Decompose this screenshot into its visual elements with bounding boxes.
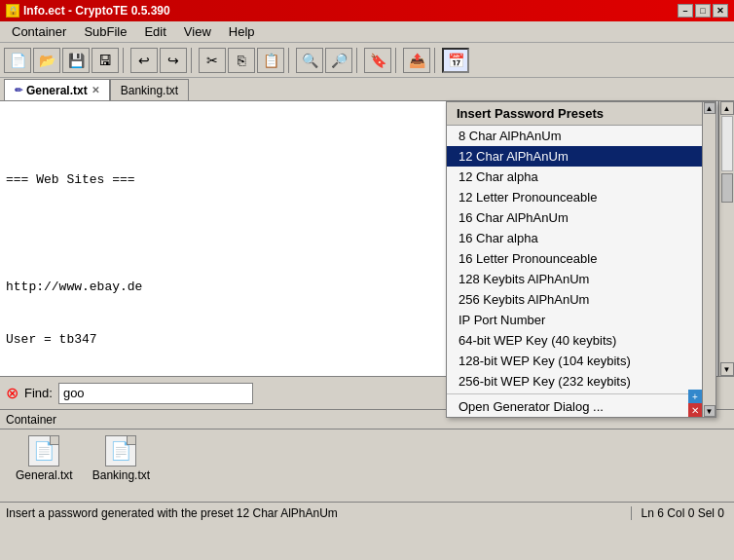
find-label: Find: (24, 386, 53, 400)
dropdown-item-16char-alpha[interactable]: 16 Char alpha (447, 228, 716, 248)
scroll-thumb[interactable] (721, 173, 733, 203)
editor-scrollbar[interactable]: ▲ ▼ (718, 101, 734, 376)
separator-6 (434, 48, 438, 73)
tab-banking[interactable]: Banking.txt (110, 79, 189, 100)
menu-help[interactable]: Help (221, 22, 263, 41)
app-icon: 🔒 (6, 4, 19, 18)
password-preset-dropdown: Insert Password Presets 8 Char AlPhAnUm … (446, 101, 716, 418)
title-bar-text: Info.ect - CryptoTE 0.5.390 (23, 4, 170, 18)
dropdown-item-open-generator[interactable]: Open Generator Dialog ... (447, 396, 716, 417)
dropdown-header: Insert Password Presets (447, 102, 716, 126)
dropdown-item-ip-port[interactable]: IP Port Number (447, 310, 716, 330)
status-text: Insert a password generated with the pre… (0, 506, 631, 520)
tab-general-label: General.txt (26, 84, 88, 97)
dropdown-item-16char-alphanum[interactable]: 16 Char AlPhAnUm (447, 207, 716, 228)
container-file-general[interactable]: 📄 General.txt (16, 435, 73, 482)
tab-general-close[interactable]: ✕ (92, 85, 99, 95)
scroll-down-arrow[interactable]: ▼ (720, 362, 734, 376)
undo-button[interactable]: ↩ (130, 48, 158, 73)
find-button[interactable]: 🔍 (296, 48, 323, 73)
dropdown-item-16letter[interactable]: 16 Letter Pronounceable (447, 248, 716, 269)
dropdown-separator (447, 393, 716, 394)
title-bar-buttons: – □ ✕ (678, 4, 728, 18)
dropdown-header-text: Insert Password Presets (457, 106, 604, 121)
find-next-button[interactable]: 🔎 (325, 48, 352, 73)
find-input[interactable] (58, 383, 253, 404)
dropdown-extra-buttons: + ✕ (688, 390, 702, 417)
dropdown-item-256wep[interactable]: 256-bit WEP Key (232 keybits) (447, 371, 716, 392)
paste-button[interactable]: 📋 (257, 48, 284, 73)
new-button[interactable]: 📄 (4, 48, 31, 73)
copy-button[interactable]: ⎘ (228, 48, 255, 73)
dropdown-item-12char-alpha[interactable]: 12 Char alpha (447, 167, 716, 187)
scroll-up-arrow[interactable]: ▲ (720, 101, 734, 115)
maximize-button[interactable]: □ (695, 4, 711, 18)
menu-edit[interactable]: Edit (136, 22, 173, 41)
dropdown-item-12char-alphanum[interactable]: 12 Char AlPhAnUm (447, 146, 716, 167)
container-icons: 📄 General.txt 📄 Banking.txt (0, 429, 734, 488)
find-error-icon: ⊗ (6, 384, 18, 402)
dropdown-scroll-down[interactable]: ▼ (704, 405, 716, 417)
separator-5 (395, 48, 399, 73)
separator-1 (123, 48, 127, 73)
dropdown-item-128keybits[interactable]: 128 Keybits AlPhAnUm (447, 269, 716, 289)
dropdown-item-64wep[interactable]: 64-bit WEP Key (40 keybits) (447, 330, 716, 351)
separator-4 (356, 48, 360, 73)
main-area: === Web Sites === http://www.ebay.de Use… (0, 101, 734, 376)
cut-button[interactable]: ✂ (199, 48, 226, 73)
separator-2 (191, 48, 195, 73)
toolbar: 📄 📂 💾 🖫 ↩ ↪ ✂ ⎘ 📋 🔍 🔎 🔖 📤 📅 (0, 43, 734, 78)
password-preset-button[interactable]: 📅 (442, 48, 469, 73)
open-button[interactable]: 📂 (33, 48, 60, 73)
tab-bar: ✏ General.txt ✕ Banking.txt (0, 78, 734, 101)
bookmark-button[interactable]: 🔖 (364, 48, 391, 73)
status-bar: Insert a password generated with the pre… (0, 502, 734, 523)
status-position: Ln 6 Col 0 Sel 0 (631, 506, 734, 520)
menu-view[interactable]: View (176, 22, 219, 41)
dropdown-close-button[interactable]: ✕ (688, 403, 702, 417)
tab-general[interactable]: ✏ General.txt ✕ (4, 79, 110, 100)
container-panel: Container 📄 General.txt 📄 Banking.txt (0, 409, 734, 502)
file-icon-general: 📄 (28, 435, 59, 467)
tab-edit-icon: ✏ (15, 85, 22, 95)
file-label-general: General.txt (16, 468, 73, 482)
container-file-banking[interactable]: 📄 Banking.txt (92, 435, 150, 482)
dropdown-scroll-up[interactable]: ▲ (704, 102, 716, 114)
dropdown-item-256keybits[interactable]: 256 Keybits AlPhAnUm (447, 289, 716, 310)
tab-banking-label: Banking.txt (121, 84, 178, 97)
menu-bar: Container SubFile Edit View Help (0, 21, 734, 43)
dropdown-item-128wep[interactable]: 128-bit WEP Key (104 keybits) (447, 351, 716, 371)
dropdown-scrollbar[interactable]: ▲ ▼ (702, 102, 716, 417)
menu-subfile[interactable]: SubFile (76, 22, 134, 41)
save-as-button[interactable]: 🖫 (92, 48, 119, 73)
save-button[interactable]: 💾 (62, 48, 90, 73)
menu-container[interactable]: Container (4, 22, 74, 41)
dropdown-item-12letter[interactable]: 12 Letter Pronounceable (447, 187, 716, 207)
dropdown-item-8char[interactable]: 8 Char AlPhAnUm (447, 126, 716, 146)
title-bar: 🔒 Info.ect - CryptoTE 0.5.390 – □ ✕ (0, 0, 734, 21)
export-button[interactable]: 📤 (403, 48, 430, 73)
file-label-banking: Banking.txt (92, 468, 150, 482)
file-icon-banking: 📄 (105, 435, 136, 467)
redo-button[interactable]: ↪ (160, 48, 187, 73)
title-bar-left: 🔒 Info.ect - CryptoTE 0.5.390 (6, 4, 170, 18)
separator-3 (288, 48, 292, 73)
minimize-button[interactable]: – (678, 4, 693, 18)
dropdown-plus-button[interactable]: + (688, 390, 702, 403)
close-button[interactable]: ✕ (713, 4, 728, 18)
